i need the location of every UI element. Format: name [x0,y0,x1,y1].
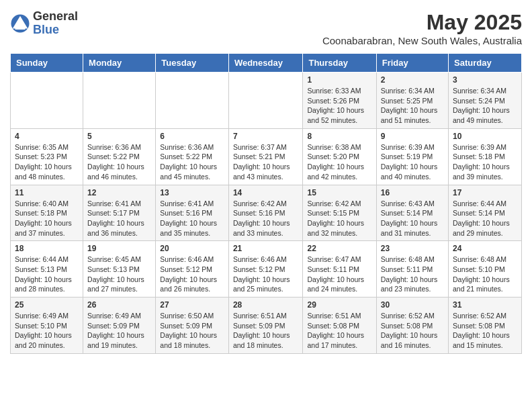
day-info: Sunrise: 6:52 AM Sunset: 5:08 PM Dayligh… [453,311,517,351]
day-number: 11 [15,188,79,197]
day-info: Sunrise: 6:43 AM Sunset: 5:14 PM Dayligh… [381,199,444,238]
day-info: Sunrise: 6:42 AM Sunset: 5:15 PM Dayligh… [307,199,371,238]
day-info: Sunrise: 6:37 AM Sunset: 5:21 PM Dayligh… [233,142,299,182]
table-row: 10Sunrise: 6:39 AM Sunset: 5:18 PM Dayli… [449,128,522,185]
table-row: 4Sunrise: 6:35 AM Sunset: 5:23 PM Daylig… [11,128,83,185]
day-number: 22 [307,244,371,253]
logo-text: General Blue [33,10,78,37]
location: Coonabarabran, New South Wales, Australi… [322,35,522,46]
day-number: 1 [307,75,371,85]
header-saturday: Saturday [449,54,522,73]
day-info: Sunrise: 6:39 AM Sunset: 5:18 PM Dayligh… [453,142,517,182]
header-wednesday: Wednesday [228,54,303,73]
table-row: 1Sunrise: 6:33 AM Sunset: 5:26 PM Daylig… [303,73,376,129]
day-number: 10 [453,132,517,141]
day-info: Sunrise: 6:45 AM Sunset: 5:13 PM Dayligh… [87,255,151,294]
logo: General Blue [10,10,78,37]
month-year: May 2025 [322,10,522,35]
day-number: 12 [87,188,151,197]
day-number: 23 [381,244,444,253]
day-info: Sunrise: 6:36 AM Sunset: 5:22 PM Dayligh… [160,142,224,182]
day-number: 14 [233,188,299,197]
calendar-row: 25Sunrise: 6:49 AM Sunset: 5:10 PM Dayli… [11,298,522,354]
day-info: Sunrise: 6:33 AM Sunset: 5:26 PM Dayligh… [307,86,371,126]
calendar-table: Sunday Monday Tuesday Wednesday Thursday… [10,53,522,354]
day-info: Sunrise: 6:49 AM Sunset: 5:09 PM Dayligh… [87,311,151,351]
header-sunday: Sunday [11,54,83,73]
day-info: Sunrise: 6:35 AM Sunset: 5:23 PM Dayligh… [15,142,79,182]
logo-blue: Blue [33,24,78,37]
day-info: Sunrise: 6:51 AM Sunset: 5:09 PM Dayligh… [233,311,299,351]
calendar-header-row: Sunday Monday Tuesday Wednesday Thursday… [11,54,522,73]
calendar-row: 4Sunrise: 6:35 AM Sunset: 5:23 PM Daylig… [11,128,522,185]
day-number: 8 [307,132,371,141]
day-number: 2 [381,75,444,85]
day-info: Sunrise: 6:38 AM Sunset: 5:20 PM Dayligh… [307,142,371,182]
day-number: 19 [87,244,151,253]
day-info: Sunrise: 6:44 AM Sunset: 5:13 PM Dayligh… [15,255,79,294]
day-number: 4 [15,132,79,141]
day-info: Sunrise: 6:42 AM Sunset: 5:16 PM Dayligh… [233,199,299,238]
table-row: 26Sunrise: 6:49 AM Sunset: 5:09 PM Dayli… [83,298,156,354]
day-number: 25 [15,300,79,310]
table-row: 25Sunrise: 6:49 AM Sunset: 5:10 PM Dayli… [11,298,83,354]
header-friday: Friday [376,54,448,73]
calendar-row: 11Sunrise: 6:40 AM Sunset: 5:18 PM Dayli… [11,185,522,241]
day-info: Sunrise: 6:39 AM Sunset: 5:19 PM Dayligh… [381,142,444,182]
day-number: 13 [160,188,224,197]
table-row: 20Sunrise: 6:46 AM Sunset: 5:12 PM Dayli… [156,241,229,298]
day-number: 29 [307,300,371,310]
day-number: 5 [87,132,151,141]
table-row: 14Sunrise: 6:42 AM Sunset: 5:16 PM Dayli… [228,185,303,241]
day-number: 6 [160,132,224,141]
day-number: 20 [160,244,224,253]
day-number: 30 [381,300,444,310]
day-number: 27 [160,300,224,310]
table-row: 27Sunrise: 6:50 AM Sunset: 5:09 PM Dayli… [156,298,229,354]
day-number: 3 [453,75,517,85]
table-row [11,73,83,129]
day-info: Sunrise: 6:41 AM Sunset: 5:17 PM Dayligh… [87,199,151,238]
table-row: 5Sunrise: 6:36 AM Sunset: 5:22 PM Daylig… [83,128,156,185]
table-row: 3Sunrise: 6:34 AM Sunset: 5:24 PM Daylig… [449,73,522,129]
table-row: 28Sunrise: 6:51 AM Sunset: 5:09 PM Dayli… [228,298,303,354]
day-number: 7 [233,132,299,141]
day-number: 9 [381,132,444,141]
day-number: 26 [87,300,151,310]
header-thursday: Thursday [303,54,376,73]
table-row: 29Sunrise: 6:51 AM Sunset: 5:08 PM Dayli… [303,298,376,354]
table-row: 16Sunrise: 6:43 AM Sunset: 5:14 PM Dayli… [376,185,448,241]
header-monday: Monday [83,54,156,73]
table-row [156,73,229,129]
day-number: 31 [453,300,517,310]
table-row: 18Sunrise: 6:44 AM Sunset: 5:13 PM Dayli… [11,241,83,298]
day-number: 15 [307,188,371,197]
calendar-row: 1Sunrise: 6:33 AM Sunset: 5:26 PM Daylig… [11,73,522,129]
day-info: Sunrise: 6:44 AM Sunset: 5:14 PM Dayligh… [453,199,517,238]
table-row [83,73,156,129]
table-row [228,73,303,129]
day-info: Sunrise: 6:52 AM Sunset: 5:08 PM Dayligh… [381,311,444,351]
table-row: 13Sunrise: 6:41 AM Sunset: 5:16 PM Dayli… [156,185,229,241]
day-info: Sunrise: 6:36 AM Sunset: 5:22 PM Dayligh… [87,142,151,182]
day-number: 28 [233,300,299,310]
day-info: Sunrise: 6:46 AM Sunset: 5:12 PM Dayligh… [233,255,299,294]
logo-icon [10,13,30,34]
day-info: Sunrise: 6:47 AM Sunset: 5:11 PM Dayligh… [307,255,371,294]
table-row: 21Sunrise: 6:46 AM Sunset: 5:12 PM Dayli… [228,241,303,298]
table-row: 30Sunrise: 6:52 AM Sunset: 5:08 PM Dayli… [376,298,448,354]
table-row: 8Sunrise: 6:38 AM Sunset: 5:20 PM Daylig… [303,128,376,185]
day-info: Sunrise: 6:34 AM Sunset: 5:24 PM Dayligh… [453,86,517,126]
header-tuesday: Tuesday [156,54,229,73]
day-number: 17 [453,188,517,197]
table-row: 22Sunrise: 6:47 AM Sunset: 5:11 PM Dayli… [303,241,376,298]
day-info: Sunrise: 6:49 AM Sunset: 5:10 PM Dayligh… [15,311,79,351]
svg-rect-2 [15,28,26,30]
table-row: 12Sunrise: 6:41 AM Sunset: 5:17 PM Dayli… [83,185,156,241]
day-info: Sunrise: 6:48 AM Sunset: 5:11 PM Dayligh… [381,255,444,294]
table-row: 11Sunrise: 6:40 AM Sunset: 5:18 PM Dayli… [11,185,83,241]
day-number: 18 [15,244,79,253]
day-number: 16 [381,188,444,197]
table-row: 9Sunrise: 6:39 AM Sunset: 5:19 PM Daylig… [376,128,448,185]
table-row: 6Sunrise: 6:36 AM Sunset: 5:22 PM Daylig… [156,128,229,185]
